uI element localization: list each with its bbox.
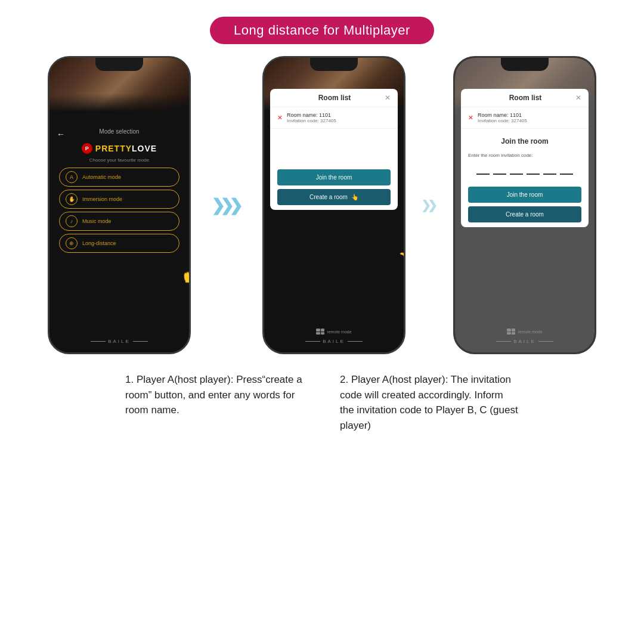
phone1-shell: ← Mode selection P PRETTYLOVE Choose you… — [48, 56, 191, 354]
phone2-baile: BAILE — [264, 339, 404, 344]
dialog-title: Room list — [284, 94, 385, 102]
remote-icon — [316, 329, 324, 335]
remote-text-2: remote mode — [327, 330, 351, 334]
music-icon: ♪ — [66, 215, 78, 227]
join-dialog-header: Room list ✕ — [461, 89, 589, 107]
join-instruction: Enter the room invitation code: — [461, 149, 589, 160]
music-mode-btn[interactable]: ♪ Music mode — [59, 212, 179, 231]
join-room-btn[interactable]: Join the room — [277, 169, 391, 185]
automatic-icon: A — [66, 171, 78, 183]
longdistance-label: Long-distance — [82, 240, 116, 246]
code-input-area[interactable] — [461, 160, 589, 182]
phone3-screen: ← Mode selection Room list ✕ ✕ Room name… — [455, 58, 595, 352]
phones-row: ← Mode selection P PRETTYLOVE Choose you… — [0, 56, 644, 354]
hand-icon-btn: 👆 — [351, 194, 358, 200]
room-item: ✕ Room name: 1101 Invitation code: 32740… — [270, 107, 398, 129]
desc-block-1: 1. Player A(host player): Press“create a… — [125, 372, 304, 433]
phone2-shell: ← Mode selection Room list ✕ ✕ Room name… — [262, 56, 405, 354]
chevron-3: ❯ — [229, 196, 243, 215]
globe-icon: ⊕ — [66, 237, 78, 249]
phone1-logo-area: P PRETTYLOVE — [49, 138, 189, 155]
join-dialog-close[interactable]: ✕ — [575, 94, 581, 102]
phone1-baile: BAILE — [49, 339, 189, 344]
code-dash-6 — [560, 165, 573, 175]
logo-badge: P — [82, 143, 92, 154]
desc-text-2: 2. Player A(host player): The invitation… — [340, 372, 519, 433]
desc-text-1: 1. Player A(host player): Press“create a… — [125, 372, 304, 418]
room-item-3: ✕ Room name: 1101 Invitation code: 32740… — [461, 107, 589, 129]
create-room-label: Create a room — [309, 194, 348, 200]
desc-block-2: 2. Player A(host player): The invitation… — [340, 372, 519, 433]
code-dash-3 — [510, 165, 523, 175]
invitation-code-text-3: Invitation code: 327405 — [478, 118, 527, 123]
arrows-1-2: ❯ ❯ ❯ — [191, 198, 262, 213]
phone2-remote-bar: remote mode — [264, 329, 404, 335]
invitation-code-text: Invitation code: 327405 — [287, 118, 336, 123]
phone1-screen: ← Mode selection P PRETTYLOVE Choose you… — [49, 58, 189, 352]
code-dash-4 — [527, 165, 540, 175]
join-dialog: Room list ✕ ✕ Room name: 1101 Invitation… — [461, 89, 589, 227]
phone1-header: ← Mode selection — [49, 112, 189, 138]
chevron-sm-2: ❯ — [428, 198, 438, 212]
dialog-space — [270, 129, 398, 165]
longdistance-mode-btn[interactable]: ⊕ Long-distance — [59, 234, 179, 253]
desc-section: 1. Player A(host player): Press“create a… — [0, 354, 644, 433]
top-banner-section: Long distance for Multiplayer — [0, 0, 644, 44]
join-room-title: Join the room — [461, 129, 589, 149]
arrows-2-3: ❯ ❯ — [405, 200, 453, 210]
join-dialog-title: Room list — [475, 94, 575, 102]
room-name-text: Room name: 1101 — [287, 112, 336, 118]
room-x-icon-3: ✕ — [468, 114, 473, 121]
chevron-arrows-big: ❯ ❯ ❯ — [213, 198, 240, 213]
automatic-label: Automatic mode — [82, 174, 121, 180]
dialog-close-btn[interactable]: ✕ — [385, 94, 391, 102]
room-list-dialog: Room list ✕ ✕ Room name: 1101 Invitation… — [270, 89, 398, 210]
phone3-shell: ← Mode selection Room list ✕ ✕ Room name… — [453, 56, 596, 354]
music-label: Music mode — [82, 218, 112, 224]
hand-cursor-1: 👆 — [181, 265, 189, 284]
immersion-label: Immersion mode — [82, 196, 122, 202]
immersion-icon: ✋ — [66, 193, 78, 205]
dialog-header: Room list ✕ — [270, 89, 398, 107]
choose-text: Choose your favourite mode — [49, 157, 189, 163]
join-room-btn-3[interactable]: Join the room — [468, 187, 581, 203]
hand-cursor-2: 👆 — [398, 243, 404, 262]
room-name-text-3: Room name: 1101 — [478, 112, 527, 118]
phone1-header-title: Mode selection — [99, 128, 139, 135]
create-room-btn-3[interactable]: Create a room — [468, 206, 581, 222]
code-dash-5 — [543, 165, 556, 175]
immersion-mode-btn[interactable]: ✋ Immersion mode — [59, 190, 179, 209]
phone1-hero — [49, 58, 189, 112]
phone2-screen: ← Mode selection Room list ✕ ✕ Room name… — [264, 58, 404, 352]
room-x-icon: ✕ — [277, 114, 282, 121]
chevron-arrows-sm: ❯ ❯ — [423, 200, 436, 210]
join-dialog-actions: Join the room Create a room — [461, 182, 589, 227]
code-dash-1 — [476, 165, 490, 175]
create-room-btn[interactable]: Create a room 👆 — [277, 189, 391, 205]
code-dash-2 — [493, 165, 506, 175]
logo-text: PRETTYLOVE — [95, 144, 157, 153]
automatic-mode-btn[interactable]: A Automatic mode — [59, 168, 179, 187]
dialog-actions: Join the room Create a room 👆 — [270, 165, 398, 210]
phone1-back-arrow: ← — [57, 129, 65, 139]
banner-pill: Long distance for Multiplayer — [210, 17, 434, 44]
